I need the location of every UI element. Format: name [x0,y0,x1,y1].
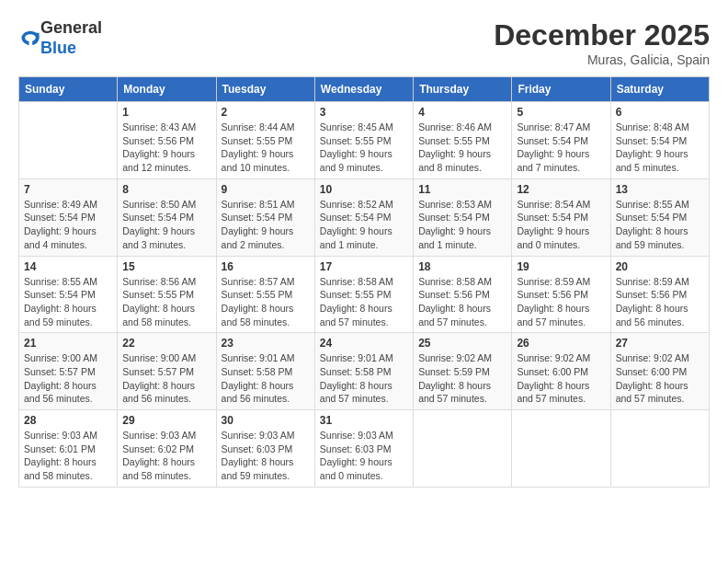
day-number: 19 [517,260,605,273]
day-cell: 12Sunrise: 8:54 AMSunset: 5:54 PMDayligh… [512,178,610,256]
day-info: Sunrise: 8:50 AMSunset: 5:54 PMDaylight:… [122,198,210,252]
day-cell: 21Sunrise: 9:00 AMSunset: 5:57 PMDayligh… [19,333,118,410]
day-number: 22 [122,337,210,350]
day-cell: 6Sunrise: 8:48 AMSunset: 5:54 PMDaylight… [610,102,709,179]
day-info: Sunrise: 8:51 AMSunset: 5:54 PMDaylight:… [222,198,310,252]
page-header: General Blue December 2025 Muras, Galici… [18,18,710,67]
day-number: 11 [418,183,506,196]
day-cell: 24Sunrise: 9:01 AMSunset: 5:58 PMDayligh… [314,333,413,410]
column-header-tuesday: Tuesday [216,77,314,102]
day-info: Sunrise: 9:00 AMSunset: 5:57 PMDaylight:… [24,351,112,406]
day-info: Sunrise: 8:54 AMSunset: 5:54 PMDaylight:… [517,198,605,252]
day-number: 3 [320,106,408,119]
day-number: 30 [222,414,310,427]
column-headers: SundayMondayTuesdayWednesdayThursdayFrid… [19,77,710,102]
logo-blue-text: Blue [40,39,76,57]
day-info: Sunrise: 8:58 AMSunset: 5:55 PMDaylight:… [320,275,408,329]
day-cell: 30Sunrise: 9:03 AMSunset: 6:03 PMDayligh… [216,410,314,488]
day-number: 24 [320,337,408,350]
day-info: Sunrise: 8:55 AMSunset: 5:54 PMDaylight:… [24,275,112,329]
day-cell: 17Sunrise: 8:58 AMSunset: 5:55 PMDayligh… [314,256,413,333]
day-number: 16 [222,260,310,273]
day-number: 8 [122,183,210,196]
day-cell: 3Sunrise: 8:45 AMSunset: 5:55 PMDaylight… [314,102,413,179]
title-block: December 2025 Muras, Galicia, Spain [494,18,710,67]
day-info: Sunrise: 8:44 AMSunset: 5:55 PMDaylight:… [222,121,310,175]
day-number: 12 [517,183,605,196]
day-cell: 1Sunrise: 8:43 AMSunset: 5:56 PMDaylight… [118,102,216,179]
day-cell: 16Sunrise: 8:57 AMSunset: 5:55 PMDayligh… [216,256,314,333]
day-number: 1 [122,106,210,119]
day-info: Sunrise: 9:03 AMSunset: 6:02 PMDaylight:… [122,429,210,483]
day-info: Sunrise: 8:55 AMSunset: 5:54 PMDaylight:… [616,198,704,252]
day-cell: 20Sunrise: 8:59 AMSunset: 5:56 PMDayligh… [610,256,709,333]
day-cell: 28Sunrise: 9:03 AMSunset: 6:01 PMDayligh… [19,410,118,488]
day-cell: 11Sunrise: 8:53 AMSunset: 5:54 PMDayligh… [414,178,512,256]
column-header-friday: Friday [512,77,610,102]
day-info: Sunrise: 8:53 AMSunset: 5:54 PMDaylight:… [418,198,506,252]
day-cell: 4Sunrise: 8:46 AMSunset: 5:55 PMDaylight… [414,102,512,179]
column-header-wednesday: Wednesday [314,77,413,102]
day-info: Sunrise: 8:59 AMSunset: 5:56 PMDaylight:… [517,275,605,329]
column-header-thursday: Thursday [414,77,512,102]
day-cell: 23Sunrise: 9:01 AMSunset: 5:58 PMDayligh… [216,333,314,410]
day-info: Sunrise: 8:52 AMSunset: 5:54 PMDaylight:… [320,198,408,252]
day-info: Sunrise: 8:57 AMSunset: 5:55 PMDaylight:… [222,275,310,329]
day-cell: 7Sunrise: 8:49 AMSunset: 5:54 PMDaylight… [19,178,118,256]
day-cell: 27Sunrise: 9:02 AMSunset: 6:00 PMDayligh… [610,333,709,410]
day-cell [610,410,709,488]
day-number: 27 [616,337,704,350]
day-info: Sunrise: 9:01 AMSunset: 5:58 PMDaylight:… [222,351,310,406]
day-number: 7 [24,183,112,196]
week-row-2: 7Sunrise: 8:49 AMSunset: 5:54 PMDaylight… [19,178,710,256]
day-cell: 22Sunrise: 9:00 AMSunset: 5:57 PMDayligh… [118,333,216,410]
day-info: Sunrise: 8:47 AMSunset: 5:54 PMDaylight:… [517,121,605,175]
day-cell [19,102,118,179]
day-info: Sunrise: 8:49 AMSunset: 5:54 PMDaylight:… [24,198,112,252]
day-number: 13 [616,183,704,196]
day-info: Sunrise: 9:02 AMSunset: 5:59 PMDaylight:… [418,351,506,406]
day-info: Sunrise: 9:03 AMSunset: 6:03 PMDaylight:… [320,429,408,483]
day-cell: 25Sunrise: 9:02 AMSunset: 5:59 PMDayligh… [414,333,512,410]
day-number: 31 [320,414,408,427]
logo: General Blue [18,18,102,58]
day-info: Sunrise: 8:43 AMSunset: 5:56 PMDaylight:… [122,121,210,175]
day-cell: 18Sunrise: 8:58 AMSunset: 5:56 PMDayligh… [414,256,512,333]
day-cell: 19Sunrise: 8:59 AMSunset: 5:56 PMDayligh… [512,256,610,333]
column-header-monday: Monday [118,77,216,102]
logo-general-text: General [40,18,102,37]
day-cell: 15Sunrise: 8:56 AMSunset: 5:55 PMDayligh… [118,256,216,333]
day-info: Sunrise: 9:01 AMSunset: 5:58 PMDaylight:… [320,351,408,406]
day-number: 10 [320,183,408,196]
day-cell: 5Sunrise: 8:47 AMSunset: 5:54 PMDaylight… [512,102,610,179]
day-cell: 2Sunrise: 8:44 AMSunset: 5:55 PMDaylight… [216,102,314,179]
day-cell: 31Sunrise: 9:03 AMSunset: 6:03 PMDayligh… [314,410,413,488]
day-cell: 8Sunrise: 8:50 AMSunset: 5:54 PMDaylight… [118,178,216,256]
week-row-4: 21Sunrise: 9:00 AMSunset: 5:57 PMDayligh… [19,333,710,410]
day-number: 23 [222,337,310,350]
day-cell [414,410,512,488]
day-cell: 10Sunrise: 8:52 AMSunset: 5:54 PMDayligh… [314,178,413,256]
day-number: 17 [320,260,408,273]
logo-icon [20,28,40,48]
day-number: 14 [24,260,112,273]
column-header-sunday: Sunday [19,77,118,102]
day-number: 25 [418,337,506,350]
day-cell: 26Sunrise: 9:02 AMSunset: 6:00 PMDayligh… [512,333,610,410]
day-info: Sunrise: 8:59 AMSunset: 5:56 PMDaylight:… [616,275,704,329]
day-number: 21 [24,337,112,350]
day-info: Sunrise: 9:02 AMSunset: 6:00 PMDaylight:… [616,351,704,406]
day-number: 20 [616,260,704,273]
day-cell: 29Sunrise: 9:03 AMSunset: 6:02 PMDayligh… [118,410,216,488]
day-number: 9 [222,183,310,196]
month-title: December 2025 [494,18,710,52]
day-cell: 13Sunrise: 8:55 AMSunset: 5:54 PMDayligh… [610,178,709,256]
day-number: 26 [517,337,605,350]
day-info: Sunrise: 9:03 AMSunset: 6:01 PMDaylight:… [24,429,112,483]
day-number: 18 [418,260,506,273]
day-info: Sunrise: 9:00 AMSunset: 5:57 PMDaylight:… [122,351,210,406]
week-row-1: 1Sunrise: 8:43 AMSunset: 5:56 PMDaylight… [19,102,710,179]
day-info: Sunrise: 8:48 AMSunset: 5:54 PMDaylight:… [616,121,704,175]
location: Muras, Galicia, Spain [494,52,710,67]
day-info: Sunrise: 8:56 AMSunset: 5:55 PMDaylight:… [122,275,210,329]
